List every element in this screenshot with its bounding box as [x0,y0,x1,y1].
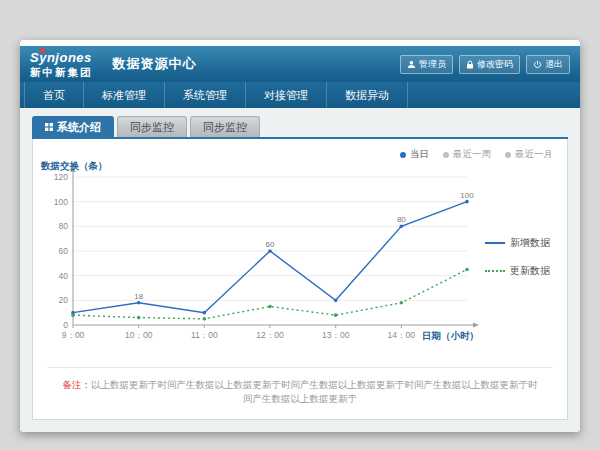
data-point [400,225,404,229]
header-actions: 管理员 修改密码 退出 [400,55,570,74]
logout-icon [533,60,542,69]
point-label: 18 [134,292,143,301]
legend-new-data[interactable]: 新增数据 [485,236,567,250]
chart-panel: 当日 最近一周 最近一月 0204060801001209：0010：0011：… [32,139,568,420]
legend-last-week[interactable]: 最近一周 [443,148,491,161]
y-tick-label: 40 [59,271,69,281]
brand-name-text: Synjones [30,50,92,65]
tab-sync-monitor-1[interactable]: 同步监控 [117,116,187,137]
nav-item-interface[interactable]: 对接管理 [246,82,327,108]
tab-sync-monitor-2[interactable]: 同步监控 [190,116,260,137]
y-tick-label: 60 [59,246,69,256]
legend-today[interactable]: 当日 [400,148,429,161]
legend-last-month-label: 最近一月 [515,148,553,161]
chart-row: 0204060801001209：0010：0011：0012：0013：001… [33,159,567,355]
x-tick-label: 12：00 [256,330,284,340]
data-point [203,311,207,315]
data-point [71,313,75,317]
legend-updated-data[interactable]: 更新数据 [485,264,567,278]
y-axis-title: 数据交换（条） [40,160,108,172]
brand-name: Synjones [30,51,93,64]
tab-bar: 系统介绍 同步监控 同步监控 [32,116,568,137]
updated-data-label: 更新数据 [510,264,550,278]
legend-last-month-dot [505,152,511,158]
main-nav: 首页 标准管理 系统管理 对接管理 数据异动 [20,82,580,108]
data-point [137,316,141,320]
new-data-label: 新增数据 [510,236,550,250]
admin-button-label: 管理员 [419,58,446,71]
legend-today-label: 当日 [410,148,429,161]
y-tick-label: 100 [54,197,68,207]
nav-item-home[interactable]: 首页 [24,82,84,108]
change-password-button[interactable]: 修改密码 [459,55,520,74]
y-tick-label: 20 [59,295,69,305]
y-tick-label: 120 [54,172,68,182]
logout-label: 退出 [545,58,563,71]
admin-button[interactable]: 管理员 [400,55,453,74]
data-point [268,249,272,253]
filter-legend: 当日 最近一周 最近一月 [400,148,553,161]
grid-icon [45,123,53,131]
data-point [268,305,272,309]
y-tick-label: 0 [63,320,68,330]
tab-sync-monitor-2-label: 同步监控 [203,120,247,135]
data-point [465,268,469,272]
data-point [334,313,338,317]
series-line [73,202,467,313]
legend-today-dot [400,152,406,158]
x-tick-label: 10：00 [125,330,153,340]
new-data-line-sample [485,242,505,244]
legend-last-week-dot [443,152,449,158]
point-label: 80 [397,215,406,224]
nav-item-data-change[interactable]: 数据异动 [327,82,408,108]
logout-button[interactable]: 退出 [526,55,570,74]
brand-company: 新中新集团 [30,67,93,78]
lock-icon [466,60,474,69]
tab-sync-monitor-1-label: 同步监控 [130,120,174,135]
nav-item-standards[interactable]: 标准管理 [84,82,165,108]
content-area: 系统介绍 同步监控 同步监控 当日 最近一周 [20,108,580,432]
change-password-label: 修改密码 [477,58,513,71]
line-chart: 0204060801001209：0010：0011：0012：0013：001… [39,159,481,355]
x-tick-label: 9：00 [62,330,85,340]
data-point [400,301,404,305]
data-point [203,317,207,321]
data-point [465,200,469,204]
data-point [334,299,338,303]
x-tick-label: 11：00 [191,330,218,340]
nav-item-system[interactable]: 系统管理 [165,82,246,108]
series-legend: 新增数据 更新数据 [485,236,567,278]
point-label: 60 [266,240,275,249]
point-label: 100 [460,191,474,200]
note-text: 以上数据更新于时间产生数据以上数据更新于时间产生数据以上数据更新于时间产生数据以… [91,379,538,403]
y-tick-label: 80 [59,221,69,231]
app-window: Synjones 新中新集团 数据资源中心 管理员 修改密码 退出 首页 标准管… [20,40,580,432]
series-line [73,270,467,319]
logo-red-dot [40,48,45,53]
footnote: 备注：以上数据更新于时间产生数据以上数据更新于时间产生数据以上数据更新于时间产生… [33,368,567,419]
x-tick-label: 13：00 [322,330,350,340]
updated-data-line-sample [485,270,505,272]
brand-logo: Synjones 新中新集团 [30,51,97,78]
x-axis-arrow [473,323,479,328]
note-label: 备注： [63,379,92,390]
tab-system-intro[interactable]: 系统介绍 [32,116,114,137]
x-axis-title: 日期（小时） [422,330,479,342]
user-icon [407,60,416,69]
legend-last-month[interactable]: 最近一月 [505,148,553,161]
app-title: 数据资源中心 [113,55,197,73]
app-header: Synjones 新中新集团 数据资源中心 管理员 修改密码 退出 [20,46,580,82]
x-tick-label: 14：00 [388,330,416,340]
tab-system-intro-label: 系统介绍 [57,120,101,135]
legend-last-week-label: 最近一周 [453,148,491,161]
data-point [137,301,141,305]
